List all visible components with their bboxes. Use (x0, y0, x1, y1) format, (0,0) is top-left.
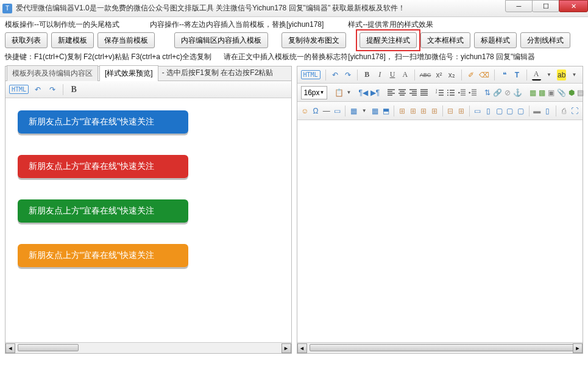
insert-template-button[interactable]: 内容编辑区内容插入模板 (174, 32, 268, 48)
textbox-style-button[interactable]: 文本框样式 (420, 32, 470, 48)
format-paint-icon[interactable]: ✐ (467, 70, 476, 81)
table-top-icon[interactable]: ⬒ (381, 106, 390, 116)
tab-template-list[interactable]: 模板列表及待编辑内容区 (7, 65, 98, 81)
hr-icon[interactable]: ― (322, 106, 331, 116)
print-icon[interactable]: ⎙ (560, 106, 569, 116)
cell-align-2-icon[interactable]: ▢ (506, 106, 514, 116)
minimize-button[interactable]: ─ (505, 0, 533, 12)
copy-publish-button[interactable]: 复制待发布图文 (282, 32, 346, 48)
title-bar: T 爱代理微信编辑器V1.0是一款免费的微信公众号图文排版工具 关注微信号Yic… (0, 0, 588, 17)
style-sample-orange[interactable]: 新朋友点上方"宜春在线"快速关注 (18, 244, 188, 267)
paragraph-rtl-icon[interactable]: ▶¶ (370, 87, 380, 98)
font-size-select[interactable]: 16px ▼ (301, 86, 328, 99)
html-mode-button[interactable]: HTML (9, 85, 29, 94)
font-icon[interactable]: A (400, 70, 409, 81)
align-left-icon[interactable] (387, 87, 395, 98)
title-style-button[interactable]: 标题样式 (474, 32, 517, 48)
insert-row-below-icon[interactable]: ⊞ (409, 106, 417, 116)
page-break-icon[interactable]: ▬ (533, 106, 541, 116)
cell-align-3-icon[interactable]: ▢ (517, 106, 525, 116)
line-height-icon[interactable]: ⇅ (484, 87, 491, 98)
image-icon[interactable]: ▦ (530, 87, 536, 98)
divider-style-button[interactable]: 分割线样式 (520, 32, 570, 48)
outdent-icon[interactable] (458, 87, 466, 98)
superscript-icon[interactable]: x² (434, 70, 444, 81)
maximize-button[interactable]: ☐ (532, 0, 559, 12)
left-hscrollbar[interactable]: ◄ ► (5, 342, 291, 353)
html-mode-button[interactable]: HTML (301, 70, 321, 79)
emoji-icon[interactable]: ☺ (301, 106, 310, 116)
date-icon[interactable]: ▭ (333, 106, 342, 116)
undo-icon[interactable]: ↶ (32, 84, 43, 95)
doc-icon[interactable]: ▯ (544, 106, 552, 116)
left-pane: 模板列表及待编辑内容区 [样式效果预览] - 选中后按F1复制 在右边按F2粘贴… (5, 66, 292, 354)
text-t-icon[interactable]: T (512, 70, 522, 81)
map-icon[interactable]: ⬢ (569, 87, 575, 98)
underline-icon[interactable]: U (388, 70, 397, 81)
quote-icon[interactable]: ❝ (500, 70, 509, 81)
style-sample-blue[interactable]: 新朋友点上方"宜春在线"快速关注 (18, 110, 188, 134)
window-title: 爱代理微信编辑器V1.0是一款免费的微信公众号图文排版工具 关注微信号Yichu… (16, 3, 405, 13)
indent-icon[interactable] (469, 87, 477, 98)
dropdown-icon[interactable]: ▼ (570, 70, 579, 81)
save-template-button[interactable]: 保存当前模板 (97, 32, 155, 48)
align-justify-icon[interactable] (420, 87, 428, 98)
bold-icon[interactable]: B (68, 84, 79, 95)
image2-icon[interactable]: ▩ (539, 87, 545, 98)
right-editor-content[interactable] (297, 120, 583, 342)
special-char-icon[interactable]: Ω (311, 106, 320, 116)
undo-icon[interactable]: ↶ (330, 70, 339, 81)
scroll-left-icon[interactable]: ◄ (5, 343, 15, 353)
ordered-list-icon[interactable]: 12 (436, 87, 444, 98)
remind-follow-style-button[interactable]: 提醒关注样式 (360, 32, 417, 48)
insert-col-left-icon[interactable]: ⊞ (419, 106, 428, 116)
new-template-button[interactable]: 新建模板 (51, 32, 94, 48)
delete-row-icon[interactable]: ▭ (473, 106, 482, 116)
table-delete-icon[interactable]: ▦ (371, 106, 380, 116)
clear-format-icon[interactable]: ⌫ (479, 70, 489, 81)
more-icon[interactable]: ▤ (577, 87, 584, 98)
get-list-button[interactable]: 获取列表 (5, 32, 48, 48)
dropdown-icon[interactable]: ▼ (360, 106, 369, 116)
italic-icon[interactable]: I (375, 70, 384, 81)
attachment-icon[interactable]: 📎 (557, 87, 566, 98)
insert-col-right-icon[interactable]: ⊞ (430, 106, 439, 116)
insert-row-above-icon[interactable]: ⊞ (398, 106, 406, 116)
align-right-icon[interactable] (409, 87, 417, 98)
right-hscrollbar[interactable]: ◄ ► (297, 342, 583, 353)
align-center-icon[interactable] (398, 87, 406, 98)
font-color-icon[interactable]: A (532, 70, 541, 81)
dropdown-icon[interactable]: ▼ (545, 70, 554, 81)
tab-hint: - 选中后按F1复制 在右边按F2粘贴 (158, 65, 277, 81)
table-icon[interactable]: ▦ (349, 106, 358, 116)
tab-style-preview[interactable]: [样式效果预览] (99, 65, 158, 81)
delete-col-icon[interactable]: ▯ (484, 106, 493, 116)
fullscreen-icon[interactable]: ⛶ (570, 106, 579, 116)
dropdown-icon[interactable]: ▼ (346, 87, 351, 98)
style-sample-red[interactable]: 新朋友点上方"宜春在线"快速关注 (18, 155, 188, 178)
video-icon[interactable]: ▣ (548, 87, 554, 98)
redo-icon[interactable]: ↷ (343, 70, 352, 81)
split-cells-icon[interactable]: ⊞ (457, 106, 466, 116)
scroll-right-icon[interactable]: ► (573, 343, 583, 353)
scroll-left-icon[interactable]: ◄ (297, 343, 307, 353)
right-pane: HTML ↶ ↷ B I U A ABC x² x₂ ✐ ⌫ ❝ T (297, 66, 584, 354)
scroll-thumb[interactable] (18, 344, 79, 351)
paste-icon[interactable]: 📋 (335, 87, 344, 98)
cell-align-1-icon[interactable]: ▢ (495, 106, 503, 116)
paragraph-ltr-icon[interactable]: ¶◀ (358, 87, 367, 98)
merge-cells-icon[interactable]: ⊟ (447, 106, 455, 116)
highlight-icon[interactable]: ab (557, 70, 566, 81)
scroll-thumb[interactable] (310, 344, 578, 351)
subscript-icon[interactable]: x₂ (447, 70, 456, 81)
bold-icon[interactable]: B (363, 70, 372, 81)
style-sample-green[interactable]: 新朋友点上方"宜春在线"快速关注 (18, 199, 188, 223)
unlink-icon[interactable]: ⊘ (505, 87, 511, 98)
unordered-list-icon[interactable] (447, 87, 455, 98)
scroll-right-icon[interactable]: ► (282, 343, 291, 353)
link-icon[interactable]: 🔗 (493, 87, 502, 98)
anchor-icon[interactable]: ⚓ (513, 87, 522, 98)
strikethrough-icon[interactable]: ABC (420, 70, 431, 81)
redo-icon[interactable]: ↷ (47, 84, 58, 95)
close-button[interactable]: ✕ (559, 0, 588, 12)
